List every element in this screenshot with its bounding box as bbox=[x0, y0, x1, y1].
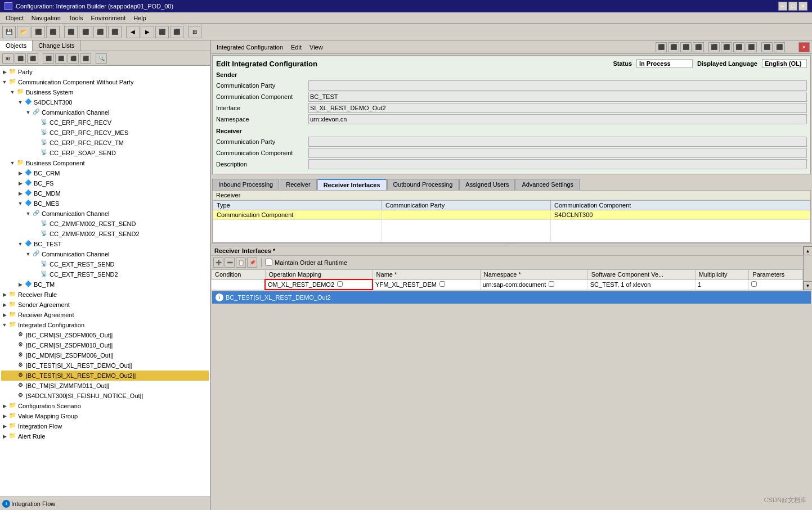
tree-arrow[interactable]: ▼ bbox=[25, 110, 32, 115]
left-tb-btn-8[interactable]: 🔍 bbox=[96, 53, 107, 64]
right-tb-6[interactable]: ⬛ bbox=[721, 42, 732, 52]
input-comm-party-receiver[interactable] bbox=[308, 137, 807, 147]
toolbar-btn-13[interactable]: ⊞ bbox=[188, 26, 201, 38]
tree-arrow[interactable]: ▼ bbox=[17, 201, 24, 206]
tree-arrow[interactable]: ▼ bbox=[17, 100, 24, 105]
maximize-button[interactable]: □ bbox=[788, 2, 797, 11]
tree-item-ic1[interactable]: ⚙|BC_CRM|SI_ZSDFM005_Out|| bbox=[1, 330, 209, 340]
tree-arrow[interactable]: ▶ bbox=[17, 170, 24, 176]
toolbar-btn-12[interactable]: ⬛ bbox=[170, 26, 183, 38]
tab-objects[interactable]: Objects bbox=[0, 40, 33, 51]
name-checkbox[interactable] bbox=[439, 281, 445, 287]
tree-item-s4dclnt300[interactable]: ▼🔷S4DCLNT300 bbox=[1, 97, 209, 107]
toolbar-btn-6[interactable]: ⬛ bbox=[79, 26, 92, 38]
op-mapping-checkbox[interactable] bbox=[337, 281, 343, 287]
toolbar-btn-3[interactable]: ⬛ bbox=[32, 26, 45, 38]
toolbar-btn-11[interactable]: ⬛ bbox=[155, 26, 169, 38]
tree-item-bc-mdm[interactable]: ▶🔷BC_MDM bbox=[1, 188, 209, 198]
left-tb-btn-4[interactable]: ⬛ bbox=[43, 53, 54, 64]
right-tb-close[interactable]: ✕ bbox=[798, 42, 810, 52]
right-tb-1[interactable]: ⬛ bbox=[656, 42, 667, 52]
maintain-order-checkbox[interactable] bbox=[265, 259, 272, 266]
right-tb-9[interactable]: ⬛ bbox=[761, 42, 773, 52]
tree-arrow[interactable]: ▼ bbox=[9, 160, 16, 166]
input-namespace[interactable] bbox=[308, 114, 807, 124]
tree-arrow[interactable]: ▶ bbox=[1, 434, 8, 439]
right-tb-7[interactable]: ⬛ bbox=[733, 42, 744, 52]
tab-receiver-interfaces[interactable]: Receiver Interfaces bbox=[317, 179, 387, 190]
ri-btn-add[interactable]: ➕ bbox=[213, 258, 223, 268]
right-tb-10[interactable]: ⬛ bbox=[774, 42, 785, 52]
tree-item-comm-channel-test[interactable]: ▼🔗Communication Channel bbox=[1, 249, 209, 259]
tab-change-lists[interactable]: Change Lists bbox=[33, 40, 80, 51]
left-tb-btn-6[interactable]: ⬛ bbox=[68, 53, 79, 64]
tree-arrow[interactable]: ▼ bbox=[9, 89, 16, 95]
tree-item-cc-erp-rfc-recv-tm[interactable]: 📡CC_ERP_RFC_RECV_TM bbox=[1, 138, 209, 148]
right-tb-2[interactable]: ⬛ bbox=[668, 42, 679, 52]
table-row[interactable]: Communication Component S4DCLNT300 bbox=[213, 210, 810, 220]
tree-item-comm-channel-s4d[interactable]: ▼🔗Communication Channel bbox=[1, 107, 209, 118]
menu-object[interactable]: Object bbox=[2, 14, 27, 22]
menu-navigation[interactable]: Navigation bbox=[28, 14, 64, 22]
menu-help[interactable]: Help bbox=[130, 14, 150, 22]
tree-arrow[interactable]: ▼ bbox=[1, 322, 8, 328]
tree-item-cc-erp-soap-send[interactable]: 📡CC_ERP_SOAP_SEND bbox=[1, 148, 209, 158]
menu-tools[interactable]: Tools bbox=[65, 14, 87, 22]
close-button[interactable]: ✕ bbox=[798, 2, 807, 11]
menu-environment[interactable]: Environment bbox=[87, 14, 129, 22]
tree-arrow[interactable]: ▼ bbox=[1, 79, 8, 85]
namespace-checkbox[interactable] bbox=[549, 281, 554, 287]
tree-item-bc-test[interactable]: ▼🔷BC_TEST bbox=[1, 239, 209, 249]
input-comm-component-sender[interactable] bbox=[308, 92, 807, 102]
tab-advanced-settings[interactable]: Advanced Settings bbox=[515, 179, 580, 190]
tree-arrow[interactable]: ▼ bbox=[25, 251, 32, 257]
tree-item-ic5[interactable]: ⚙|BC_TEST|SI_XL_REST_DEMO_Out2|| bbox=[1, 371, 209, 381]
toolbar-btn-8[interactable]: ⬛ bbox=[108, 26, 122, 38]
tree-item-value-mapping[interactable]: ▶📁Value Mapping Group bbox=[1, 411, 209, 421]
input-comm-component-receiver[interactable] bbox=[308, 148, 807, 158]
left-tb-btn-3[interactable]: ⬛ bbox=[27, 53, 38, 64]
right-tb-3[interactable]: ⬛ bbox=[680, 42, 692, 52]
toolbar-btn-10[interactable]: ▶ bbox=[141, 26, 154, 38]
ri-table-row[interactable]: OM_XL_REST_DEMO2 YFM_XL_REST_DEM bbox=[212, 279, 803, 290]
tab-receiver[interactable]: Receiver bbox=[280, 179, 316, 190]
tree-item-alert-rule[interactable]: ▶📁Alert Rule bbox=[1, 431, 209, 441]
parameters-checkbox[interactable] bbox=[751, 281, 757, 287]
tree-item-cc-zmmfm002-rest-send2[interactable]: 📡CC_ZMMFM002_REST_SEND2 bbox=[1, 229, 209, 239]
left-tb-btn-1[interactable]: ⊞ bbox=[2, 53, 14, 64]
tree-item-integration-flow[interactable]: ▶📁Integration Flow bbox=[1, 421, 209, 431]
tree-view[interactable]: ▶📁Party▼📁Communication Component Without… bbox=[0, 66, 210, 497]
tree-arrow[interactable]: ▶ bbox=[17, 282, 24, 287]
tree-item-receiver-agreement[interactable]: ▶📁Receiver Agreement bbox=[1, 310, 209, 320]
tree-arrow[interactable]: ▶ bbox=[1, 302, 8, 308]
tree-item-ic3[interactable]: ⚙|BC_MDM|SI_ZSDFM006_Out|| bbox=[1, 350, 209, 360]
tree-arrow[interactable]: ▶ bbox=[1, 312, 8, 318]
tree-item-bc-crm[interactable]: ▶🔷BC_CRM bbox=[1, 168, 209, 178]
ri-btn-paste[interactable]: 📌 bbox=[247, 258, 257, 268]
toolbar-btn-4[interactable]: ⬛ bbox=[46, 26, 60, 38]
tree-item-config-scenario[interactable]: ▶📁Configuration Scenario bbox=[1, 401, 209, 411]
input-description[interactable] bbox=[308, 159, 807, 169]
tree-item-sender-agreement[interactable]: ▶📁Sender Agreement bbox=[1, 300, 209, 310]
ri-btn-del[interactable]: ➖ bbox=[225, 258, 235, 268]
tree-item-business-system[interactable]: ▼📁Business System bbox=[1, 87, 209, 97]
right-tb-5[interactable]: ⬛ bbox=[708, 42, 720, 52]
tree-item-cc-ext-rest-send2[interactable]: 📡CC_EXT_REST_SEND2 bbox=[1, 269, 209, 279]
tree-item-bc-fs[interactable]: ▶🔷BC_FS bbox=[1, 178, 209, 188]
tree-item-comm-comp-no-party[interactable]: ▼📁Communication Component Without Party bbox=[1, 77, 209, 87]
tree-arrow[interactable]: ▶ bbox=[1, 413, 8, 419]
tree-arrow[interactable]: ▶ bbox=[1, 403, 8, 409]
cell-namespace[interactable]: urn:sap-com:document bbox=[480, 279, 587, 290]
ri-btn-copy[interactable]: 📋 bbox=[236, 258, 246, 268]
tab-assigned-users[interactable]: Assigned Users bbox=[459, 179, 515, 190]
tree-item-receiver-rule[interactable]: ▶📁Receiver Rule bbox=[1, 290, 209, 300]
tree-item-bc-mes[interactable]: ▼🔷BC_MES bbox=[1, 198, 209, 209]
tree-item-cc-erp-rfc-recv[interactable]: 📡CC_ERP_RFC_RECV bbox=[1, 118, 209, 128]
right-menu-view[interactable]: View bbox=[306, 43, 326, 51]
tree-item-ic2[interactable]: ⚙|BC_CRM|SI_ZSDFM010_Out|| bbox=[1, 340, 209, 350]
toolbar-btn-7[interactable]: ⬛ bbox=[93, 26, 107, 38]
toolbar-btn-9[interactable]: ◀ bbox=[126, 26, 140, 38]
tree-arrow[interactable]: ▶ bbox=[1, 423, 8, 429]
scroll-down-btn[interactable]: ▼ bbox=[804, 281, 813, 290]
right-menu-integrated-config[interactable]: Integrated Configuration bbox=[213, 43, 286, 51]
